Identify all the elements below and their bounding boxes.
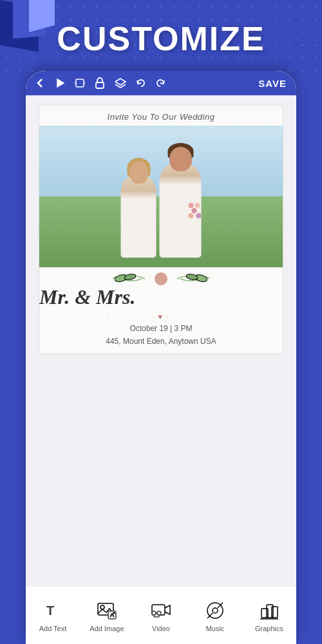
- toolbar: SAVE: [26, 71, 296, 95]
- bottom-nav: T Add Text Add Image: [26, 586, 296, 644]
- leaf-decoration: [39, 272, 283, 285]
- card-photo: [39, 126, 283, 267]
- divider-line: · · · · · · · · · · ♥ · · · · · · · · · …: [39, 312, 283, 321]
- image-icon: [95, 599, 118, 622]
- layers-button[interactable]: [114, 77, 127, 89]
- nav-item-graphics[interactable]: Graphics: [242, 599, 296, 632]
- card-date: October 19 | 3 PM: [39, 321, 283, 336]
- graphics-icon: [258, 599, 281, 622]
- svg-rect-1: [76, 79, 84, 87]
- svg-marker-0: [57, 79, 64, 87]
- person-1: [121, 174, 156, 258]
- save-button[interactable]: SAVE: [258, 78, 287, 89]
- svg-point-8: [185, 273, 198, 280]
- svg-rect-4: [96, 82, 104, 88]
- card-names: Mr. & Mrs.: [39, 282, 283, 312]
- wedding-card: Invite You To Our Wedding: [39, 105, 283, 354]
- nav-item-add-image[interactable]: Add Image: [80, 599, 134, 632]
- nav-label-add-image: Add Image: [90, 625, 124, 632]
- redo-button[interactable]: [155, 78, 166, 88]
- right-leaves: [174, 272, 213, 285]
- gem-circle: [155, 272, 167, 285]
- svg-point-17: [157, 611, 161, 615]
- text-icon: T: [41, 599, 64, 622]
- nav-item-video[interactable]: Video: [134, 599, 188, 632]
- nav-label-graphics: Graphics: [255, 625, 283, 632]
- person-1-head: [129, 161, 148, 184]
- svg-text:T: T: [46, 603, 54, 618]
- nav-label-music: Music: [206, 625, 225, 632]
- nav-item-add-text[interactable]: T Add Text: [26, 599, 80, 632]
- music-icon: [204, 599, 227, 622]
- card-header-text: Invite You To Our Wedding: [39, 106, 283, 126]
- title-area: CUSTOMIZE: [0, 19, 322, 58]
- bouquet: [189, 203, 208, 225]
- card-location: 445, Mount Eden, Anytown USA: [39, 336, 283, 354]
- lock-button[interactable]: [95, 77, 105, 89]
- nav-label-add-text: Add Text: [39, 625, 67, 632]
- left-leaves: [109, 272, 148, 285]
- card-area: Invite You To Our Wedding: [26, 95, 296, 644]
- video-icon: [149, 599, 173, 622]
- page-title: CUSTOMIZE: [0, 19, 322, 58]
- person-2: [160, 161, 202, 258]
- play-button[interactable]: [55, 78, 65, 88]
- svg-point-6: [124, 273, 136, 280]
- back-button[interactable]: [35, 78, 46, 88]
- svg-point-19: [213, 608, 218, 613]
- phone-content: SAVE Invite You To Our Wedding: [26, 71, 296, 644]
- person-2-head: [169, 147, 192, 171]
- svg-point-16: [152, 611, 156, 615]
- rotate-button[interactable]: [74, 77, 86, 89]
- undo-button[interactable]: [136, 78, 146, 88]
- svg-point-13: [113, 612, 115, 614]
- nav-item-music[interactable]: Music: [188, 599, 242, 632]
- nav-label-video: Video: [152, 625, 170, 632]
- couple-figure: [121, 161, 202, 258]
- phone-frame: SAVE Invite You To Our Wedding: [26, 71, 296, 644]
- card-decoration: [39, 267, 283, 285]
